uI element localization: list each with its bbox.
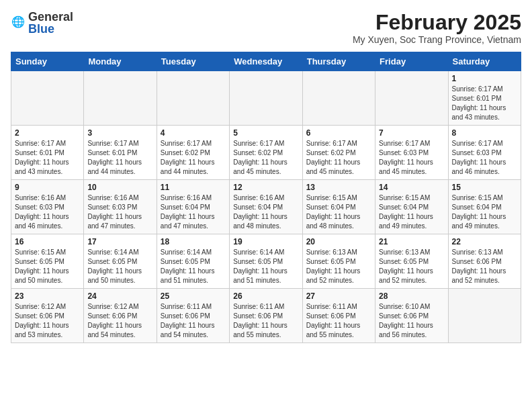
calendar-cell: 15Sunrise: 6:15 AM Sunset: 6:04 PM Dayli… bbox=[448, 180, 521, 234]
weekday-header-tuesday: Tuesday bbox=[157, 52, 229, 71]
day-info: Sunrise: 6:11 AM Sunset: 6:06 PM Dayligh… bbox=[233, 302, 298, 340]
day-number: 13 bbox=[306, 183, 371, 192]
day-number: 19 bbox=[233, 237, 298, 246]
calendar-cell: 7Sunrise: 6:17 AM Sunset: 6:03 PM Daylig… bbox=[375, 126, 448, 180]
logo: 🌐 General Blue bbox=[11, 11, 73, 35]
day-info: Sunrise: 6:16 AM Sunset: 6:04 PM Dayligh… bbox=[161, 193, 226, 231]
calendar-week-row: 23Sunrise: 6:12 AM Sunset: 6:06 PM Dayli… bbox=[11, 289, 521, 343]
calendar-cell: 10Sunrise: 6:16 AM Sunset: 6:03 PM Dayli… bbox=[84, 180, 157, 234]
calendar-cell: 19Sunrise: 6:14 AM Sunset: 6:05 PM Dayli… bbox=[230, 234, 302, 289]
calendar-cell: 20Sunrise: 6:13 AM Sunset: 6:05 PM Dayli… bbox=[302, 234, 375, 289]
day-number: 22 bbox=[452, 237, 517, 246]
calendar-cell: 16Sunrise: 6:15 AM Sunset: 6:05 PM Dayli… bbox=[11, 234, 84, 289]
calendar-cell: 26Sunrise: 6:11 AM Sunset: 6:06 PM Dayli… bbox=[230, 289, 302, 343]
day-info: Sunrise: 6:17 AM Sunset: 6:01 PM Dayligh… bbox=[87, 139, 152, 177]
day-info: Sunrise: 6:12 AM Sunset: 6:06 PM Dayligh… bbox=[87, 302, 152, 340]
calendar-cell: 3Sunrise: 6:17 AM Sunset: 6:01 PM Daylig… bbox=[84, 126, 157, 180]
calendar-cell: 11Sunrise: 6:16 AM Sunset: 6:04 PM Dayli… bbox=[157, 180, 229, 234]
day-number: 23 bbox=[15, 291, 80, 301]
calendar-cell: 1Sunrise: 6:17 AM Sunset: 6:01 PM Daylig… bbox=[448, 71, 521, 126]
calendar-cell: 17Sunrise: 6:14 AM Sunset: 6:05 PM Dayli… bbox=[84, 234, 157, 289]
calendar-cell bbox=[84, 71, 157, 126]
day-number: 8 bbox=[452, 128, 517, 138]
day-info: Sunrise: 6:14 AM Sunset: 6:05 PM Dayligh… bbox=[87, 248, 152, 285]
day-info: Sunrise: 6:17 AM Sunset: 6:02 PM Dayligh… bbox=[233, 139, 298, 177]
calendar-cell bbox=[302, 71, 375, 126]
day-info: Sunrise: 6:17 AM Sunset: 6:01 PM Dayligh… bbox=[15, 139, 80, 177]
calendar-cell bbox=[375, 71, 448, 126]
day-info: Sunrise: 6:16 AM Sunset: 6:03 PM Dayligh… bbox=[15, 193, 80, 231]
day-number: 17 bbox=[87, 237, 152, 246]
day-number: 28 bbox=[379, 291, 444, 301]
calendar-week-row: 1Sunrise: 6:17 AM Sunset: 6:01 PM Daylig… bbox=[11, 71, 521, 126]
day-info: Sunrise: 6:17 AM Sunset: 6:02 PM Dayligh… bbox=[161, 139, 226, 177]
calendar-cell bbox=[11, 71, 84, 126]
calendar-cell: 8Sunrise: 6:17 AM Sunset: 6:03 PM Daylig… bbox=[448, 126, 521, 180]
calendar-cell: 14Sunrise: 6:15 AM Sunset: 6:04 PM Dayli… bbox=[375, 180, 448, 234]
calendar-cell: 9Sunrise: 6:16 AM Sunset: 6:03 PM Daylig… bbox=[11, 180, 84, 234]
logo-icon: 🌐 bbox=[11, 15, 26, 30]
day-info: Sunrise: 6:17 AM Sunset: 6:03 PM Dayligh… bbox=[452, 139, 517, 177]
day-number: 4 bbox=[161, 128, 226, 138]
calendar-cell bbox=[230, 71, 302, 126]
calendar-cell: 4Sunrise: 6:17 AM Sunset: 6:02 PM Daylig… bbox=[157, 126, 229, 180]
day-number: 9 bbox=[15, 183, 80, 192]
calendar-cell: 28Sunrise: 6:10 AM Sunset: 6:06 PM Dayli… bbox=[375, 289, 448, 343]
day-info: Sunrise: 6:14 AM Sunset: 6:05 PM Dayligh… bbox=[233, 248, 298, 285]
svg-text:🌐: 🌐 bbox=[11, 15, 26, 28]
day-info: Sunrise: 6:11 AM Sunset: 6:06 PM Dayligh… bbox=[161, 302, 226, 340]
day-number: 1 bbox=[452, 74, 517, 83]
calendar-cell: 6Sunrise: 6:17 AM Sunset: 6:02 PM Daylig… bbox=[302, 126, 375, 180]
day-number: 15 bbox=[452, 183, 517, 192]
calendar-cell: 24Sunrise: 6:12 AM Sunset: 6:06 PM Dayli… bbox=[84, 289, 157, 343]
day-info: Sunrise: 6:14 AM Sunset: 6:05 PM Dayligh… bbox=[161, 248, 226, 285]
day-number: 3 bbox=[87, 128, 152, 138]
day-number: 16 bbox=[15, 237, 80, 246]
weekday-header-friday: Friday bbox=[375, 52, 448, 71]
day-number: 21 bbox=[379, 237, 444, 246]
calendar-cell: 2Sunrise: 6:17 AM Sunset: 6:01 PM Daylig… bbox=[11, 126, 84, 180]
logo-general-text: General bbox=[28, 11, 73, 23]
day-info: Sunrise: 6:16 AM Sunset: 6:04 PM Dayligh… bbox=[233, 193, 298, 231]
page-header: 🌐 General Blue February 2025 My Xuyen, S… bbox=[11, 11, 521, 45]
calendar-cell bbox=[157, 71, 229, 126]
day-info: Sunrise: 6:13 AM Sunset: 6:05 PM Dayligh… bbox=[306, 248, 371, 285]
weekday-header-sunday: Sunday bbox=[11, 52, 84, 71]
day-info: Sunrise: 6:15 AM Sunset: 6:04 PM Dayligh… bbox=[306, 193, 371, 231]
day-number: 2 bbox=[15, 128, 80, 138]
day-info: Sunrise: 6:15 AM Sunset: 6:05 PM Dayligh… bbox=[15, 248, 80, 285]
day-info: Sunrise: 6:17 AM Sunset: 6:02 PM Dayligh… bbox=[306, 139, 371, 177]
day-info: Sunrise: 6:15 AM Sunset: 6:04 PM Dayligh… bbox=[379, 193, 444, 231]
day-info: Sunrise: 6:11 AM Sunset: 6:06 PM Dayligh… bbox=[306, 302, 371, 340]
day-number: 18 bbox=[161, 237, 226, 246]
day-info: Sunrise: 6:13 AM Sunset: 6:05 PM Dayligh… bbox=[379, 248, 444, 285]
weekday-header-wednesday: Wednesday bbox=[230, 52, 302, 71]
day-number: 26 bbox=[233, 291, 298, 301]
calendar-cell: 13Sunrise: 6:15 AM Sunset: 6:04 PM Dayli… bbox=[302, 180, 375, 234]
day-number: 27 bbox=[306, 291, 371, 301]
day-number: 5 bbox=[233, 128, 298, 138]
day-number: 25 bbox=[161, 291, 226, 301]
day-number: 24 bbox=[87, 291, 152, 301]
calendar-cell: 27Sunrise: 6:11 AM Sunset: 6:06 PM Dayli… bbox=[302, 289, 375, 343]
weekday-header-monday: Monday bbox=[84, 52, 157, 71]
location-title: My Xuyen, Soc Trang Province, Vietnam bbox=[353, 34, 521, 45]
day-number: 20 bbox=[306, 237, 371, 246]
calendar-table: SundayMondayTuesdayWednesdayThursdayFrid… bbox=[11, 52, 521, 343]
day-number: 6 bbox=[306, 128, 371, 138]
weekday-header-row: SundayMondayTuesdayWednesdayThursdayFrid… bbox=[11, 52, 521, 71]
calendar-week-row: 9Sunrise: 6:16 AM Sunset: 6:03 PM Daylig… bbox=[11, 180, 521, 234]
calendar-cell: 25Sunrise: 6:11 AM Sunset: 6:06 PM Dayli… bbox=[157, 289, 229, 343]
calendar-cell: 21Sunrise: 6:13 AM Sunset: 6:05 PM Dayli… bbox=[375, 234, 448, 289]
weekday-header-saturday: Saturday bbox=[448, 52, 521, 71]
calendar-cell: 23Sunrise: 6:12 AM Sunset: 6:06 PM Dayli… bbox=[11, 289, 84, 343]
day-info: Sunrise: 6:12 AM Sunset: 6:06 PM Dayligh… bbox=[15, 302, 80, 340]
calendar-cell: 18Sunrise: 6:14 AM Sunset: 6:05 PM Dayli… bbox=[157, 234, 229, 289]
weekday-header-thursday: Thursday bbox=[302, 52, 375, 71]
day-number: 11 bbox=[161, 183, 226, 192]
month-title: February 2025 bbox=[353, 11, 521, 34]
calendar-cell: 12Sunrise: 6:16 AM Sunset: 6:04 PM Dayli… bbox=[230, 180, 302, 234]
day-number: 12 bbox=[233, 183, 298, 192]
day-number: 14 bbox=[379, 183, 444, 192]
title-block: February 2025 My Xuyen, Soc Trang Provin… bbox=[353, 11, 521, 45]
